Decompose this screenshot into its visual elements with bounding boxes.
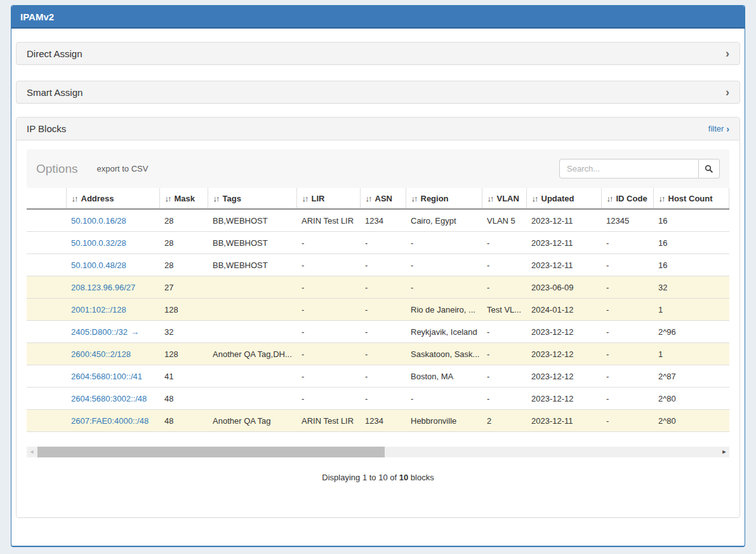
cell-host-count: 1 xyxy=(653,299,729,321)
main-content: Direct Assign › Smart Assign › IP Blocks… xyxy=(11,29,745,518)
cell-lir: - xyxy=(296,388,360,410)
cell-address: 2600:450::2/128 xyxy=(66,343,159,365)
scroll-left-icon[interactable]: ◄ xyxy=(27,447,37,457)
cell-gutter xyxy=(27,321,66,343)
cell-gutter xyxy=(27,254,66,276)
cell-mask: 28 xyxy=(159,254,208,276)
cell-host-count: 16 xyxy=(653,232,729,254)
cell-id-code: - xyxy=(601,299,653,321)
cell-lir: ARIN Test LIR xyxy=(296,209,360,232)
cell-mask: 48 xyxy=(159,410,208,432)
block-link[interactable]: 50.100.0.32/28 xyxy=(71,238,126,248)
cell-address: 50.100.0.48/28 xyxy=(66,254,159,276)
table-row: 2600:450::2/128128Another QA Tag,DH...--… xyxy=(27,343,729,365)
column-header-tags[interactable]: ↓↑Tags xyxy=(208,188,296,209)
block-link[interactable]: 208.123.96.96/27 xyxy=(71,283,135,292)
column-header-vlan[interactable]: ↓↑VLAN xyxy=(482,188,526,209)
cell-asn: - xyxy=(360,321,406,343)
chevron-right-icon: › xyxy=(726,86,729,98)
column-header-host-count[interactable]: ↓↑Host Count xyxy=(653,188,729,209)
cell-address: 2604:5680:100::/41 xyxy=(66,365,159,388)
smart-assign-panel[interactable]: Smart Assign › xyxy=(16,81,740,104)
block-link[interactable]: 2600:450::2/128 xyxy=(71,349,131,359)
block-link[interactable]: 50.100.0.16/28 xyxy=(71,216,126,226)
pagination-total: 10 xyxy=(399,473,408,482)
right-arrow-icon: → xyxy=(131,327,139,337)
cell-host-count: 2^80 xyxy=(653,410,729,432)
cell-mask: 28 xyxy=(159,232,208,254)
cell-id-code: - xyxy=(601,254,653,276)
table-row: 2607:FAE0:4000::/4848Another QA TagARIN … xyxy=(27,410,729,432)
column-header-region[interactable]: ↓↑Region xyxy=(406,188,482,209)
cell-lir: ARIN Test LIR xyxy=(296,410,360,432)
cell-address: 2405:D800::/32→ xyxy=(66,321,159,343)
search-icon xyxy=(705,165,713,173)
table-row: 50.100.0.32/2828BB,WEBHOST----2023-12-11… xyxy=(27,232,729,254)
filter-link[interactable]: filter › xyxy=(708,124,729,134)
cell-updated: 2023-12-11 xyxy=(526,232,601,254)
scrollbar-thumb[interactable] xyxy=(37,447,385,457)
cell-updated: 2023-12-11 xyxy=(526,254,601,276)
search-button[interactable] xyxy=(699,159,720,179)
scroll-right-icon[interactable]: ► xyxy=(719,447,729,457)
sort-icon: ↓↑ xyxy=(487,194,493,203)
sort-icon: ↓↑ xyxy=(659,194,665,203)
sort-icon: ↓↑ xyxy=(532,194,538,203)
cell-address: 208.123.96.96/27 xyxy=(66,276,159,299)
cell-vlan: - xyxy=(482,232,526,254)
cell-asn: 1234 xyxy=(360,410,406,432)
cell-updated: 2023-12-12 xyxy=(526,365,601,388)
pagination-status: Displaying 1 to 10 of 10 blocks xyxy=(27,473,729,482)
cell-id-code: - xyxy=(601,276,653,299)
block-link[interactable]: 2405:D800::/32 xyxy=(71,327,128,337)
search-input[interactable] xyxy=(559,159,699,179)
cell-region: Cairo, Egypt xyxy=(406,209,482,232)
block-link[interactable]: 2604:5680:3002::/48 xyxy=(71,394,147,403)
column-header-updated[interactable]: ↓↑Updated xyxy=(526,188,601,209)
sort-icon: ↓↑ xyxy=(213,194,219,203)
cell-asn: - xyxy=(360,254,406,276)
cell-gutter xyxy=(27,343,66,365)
ip-blocks-panel: IP Blocks filter › Options export to CSV xyxy=(16,117,740,518)
cell-tags: Another QA Tag,DH... xyxy=(208,343,296,365)
cell-vlan: 2 xyxy=(482,410,526,432)
cell-gutter xyxy=(27,388,66,410)
column-header-asn[interactable]: ↓↑ASN xyxy=(360,188,406,209)
block-link[interactable]: 2604:5680:100::/41 xyxy=(71,372,142,381)
cell-lir: - xyxy=(296,365,360,388)
cell-updated: 2023-12-12 xyxy=(526,343,601,365)
column-header-address[interactable]: ↓↑Address xyxy=(66,188,159,209)
export-csv-link[interactable]: export to CSV xyxy=(96,164,148,173)
block-link[interactable]: 2607:FAE0:4000::/48 xyxy=(71,416,149,426)
cell-updated: 2024-01-12 xyxy=(526,299,601,321)
column-header-id-code[interactable]: ↓↑ID Code xyxy=(601,188,653,209)
direct-assign-label: Direct Assign xyxy=(27,48,83,59)
table-row: 2604:5680:100::/4141--Boston, MA-2023-12… xyxy=(27,365,729,388)
sort-icon: ↓↑ xyxy=(72,194,77,203)
cell-mask: 128 xyxy=(159,299,208,321)
column-header-lir[interactable]: ↓↑LIR xyxy=(296,188,360,209)
direct-assign-panel[interactable]: Direct Assign › xyxy=(16,42,740,65)
cell-mask: 41 xyxy=(159,365,208,388)
cell-tags xyxy=(208,299,296,321)
cell-host-count: 2^87 xyxy=(653,365,729,388)
cell-vlan: - xyxy=(482,321,526,343)
cell-host-count: 1 xyxy=(653,343,729,365)
app-header: IPAMv2 xyxy=(11,6,745,29)
block-link[interactable]: 2001:102::/128 xyxy=(71,305,126,314)
column-header-mask[interactable]: ↓↑Mask xyxy=(159,188,208,209)
cell-host-count: 16 xyxy=(653,209,729,232)
horizontal-scrollbar[interactable]: ◄ ► xyxy=(27,447,729,457)
block-link[interactable]: 50.100.0.48/28 xyxy=(71,260,126,270)
cell-id-code: - xyxy=(601,365,653,388)
cell-vlan: VLAN 5 xyxy=(482,209,526,232)
cell-id-code: - xyxy=(601,388,653,410)
cell-updated: 2023-06-09 xyxy=(526,276,601,299)
cell-vlan: - xyxy=(482,365,526,388)
cell-gutter xyxy=(27,365,66,388)
cell-mask: 32 xyxy=(159,321,208,343)
cell-lir: - xyxy=(296,321,360,343)
table-header-row: ↓↑Address↓↑Mask↓↑Tags↓↑LIR↓↑ASN↓↑Region↓… xyxy=(27,188,729,209)
cell-gutter xyxy=(27,209,66,232)
table-row: 2604:5680:3002::/4848----2023-12-12-2^80 xyxy=(27,388,729,410)
